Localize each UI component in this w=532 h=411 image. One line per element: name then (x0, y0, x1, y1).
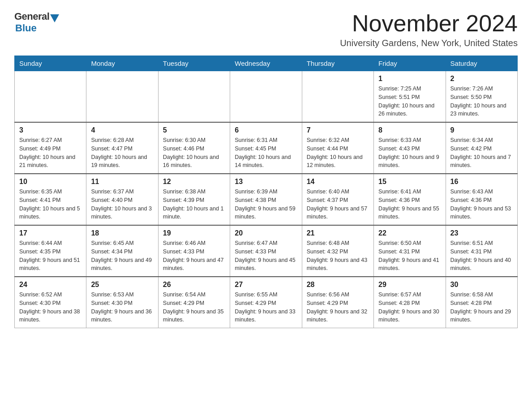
day-number: 9 (450, 126, 513, 134)
calendar-cell: 30Sunrise: 6:58 AMSunset: 4:28 PMDayligh… (446, 277, 517, 328)
weekday-header-sunday: Sunday (15, 56, 86, 71)
calendar-cell: 19Sunrise: 6:46 AMSunset: 4:33 PMDayligh… (158, 225, 230, 277)
calendar-title: November 2024 (340, 11, 518, 36)
calendar-cell: 24Sunrise: 6:52 AMSunset: 4:30 PMDayligh… (15, 277, 86, 328)
weekday-header-monday: Monday (86, 56, 158, 71)
day-info: Sunrise: 6:34 AMSunset: 4:42 PMDaylight:… (450, 136, 513, 170)
calendar-cell: 17Sunrise: 6:44 AMSunset: 4:35 PMDayligh… (15, 225, 86, 277)
day-number: 14 (307, 178, 369, 186)
day-info: Sunrise: 6:43 AMSunset: 4:36 PMDaylight:… (450, 188, 513, 221)
day-info: Sunrise: 6:33 AMSunset: 4:43 PMDaylight:… (378, 136, 441, 170)
day-number: 7 (307, 126, 369, 134)
weekday-header-tuesday: Tuesday (158, 56, 230, 71)
day-number: 8 (378, 126, 441, 134)
day-info: Sunrise: 6:51 AMSunset: 4:31 PMDaylight:… (450, 239, 513, 273)
weekday-header-friday: Friday (374, 56, 446, 71)
day-number: 11 (91, 178, 153, 186)
day-info: Sunrise: 6:48 AMSunset: 4:32 PMDaylight:… (307, 239, 369, 273)
day-info: Sunrise: 6:55 AMSunset: 4:29 PMDaylight:… (235, 291, 297, 324)
calendar-cell: 20Sunrise: 6:47 AMSunset: 4:33 PMDayligh… (230, 225, 302, 277)
calendar-cell: 5Sunrise: 6:30 AMSunset: 4:46 PMDaylight… (158, 122, 230, 174)
calendar-cell (15, 71, 86, 123)
calendar-cell: 3Sunrise: 6:27 AMSunset: 4:49 PMDaylight… (15, 122, 86, 174)
day-number: 30 (450, 281, 513, 289)
header: General Blue November 2024 University Ga… (14, 11, 518, 48)
day-number: 4 (91, 126, 153, 134)
day-number: 29 (378, 281, 441, 289)
day-info: Sunrise: 7:25 AMSunset: 5:51 PMDaylight:… (378, 85, 441, 118)
day-info: Sunrise: 6:31 AMSunset: 4:45 PMDaylight:… (235, 136, 297, 170)
day-number: 15 (378, 178, 441, 186)
day-info: Sunrise: 6:52 AMSunset: 4:30 PMDaylight:… (19, 291, 82, 324)
calendar-cell: 11Sunrise: 6:37 AMSunset: 4:40 PMDayligh… (86, 174, 158, 225)
day-number: 6 (235, 126, 297, 134)
day-number: 13 (235, 178, 297, 186)
calendar-cell: 16Sunrise: 6:43 AMSunset: 4:36 PMDayligh… (446, 174, 517, 225)
calendar-cell: 29Sunrise: 6:57 AMSunset: 4:28 PMDayligh… (374, 277, 446, 328)
day-info: Sunrise: 6:45 AMSunset: 4:34 PMDaylight:… (91, 239, 153, 273)
day-number: 23 (450, 229, 513, 237)
day-info: Sunrise: 6:37 AMSunset: 4:40 PMDaylight:… (91, 188, 153, 221)
calendar-cell: 27Sunrise: 6:55 AMSunset: 4:29 PMDayligh… (230, 277, 302, 328)
week-row-2: 3Sunrise: 6:27 AMSunset: 4:49 PMDaylight… (15, 122, 518, 174)
calendar-cell (230, 71, 302, 123)
weekday-header-thursday: Thursday (302, 56, 373, 71)
calendar-cell (86, 71, 158, 123)
calendar-cell: 1Sunrise: 7:25 AMSunset: 5:51 PMDaylight… (374, 71, 446, 123)
day-number: 12 (163, 178, 225, 186)
day-number: 22 (378, 229, 441, 237)
day-number: 1 (378, 75, 441, 83)
calendar-cell: 14Sunrise: 6:40 AMSunset: 4:37 PMDayligh… (302, 174, 373, 225)
day-number: 25 (91, 281, 153, 289)
calendar-cell: 18Sunrise: 6:45 AMSunset: 4:34 PMDayligh… (86, 225, 158, 277)
day-number: 5 (163, 126, 225, 134)
day-info: Sunrise: 6:56 AMSunset: 4:29 PMDaylight:… (307, 291, 369, 324)
calendar-cell: 28Sunrise: 6:56 AMSunset: 4:29 PMDayligh… (302, 277, 373, 328)
day-info: Sunrise: 6:40 AMSunset: 4:37 PMDaylight:… (307, 188, 369, 221)
calendar-cell: 12Sunrise: 6:38 AMSunset: 4:39 PMDayligh… (158, 174, 230, 225)
logo: General Blue (14, 11, 59, 34)
calendar-cell: 26Sunrise: 6:54 AMSunset: 4:29 PMDayligh… (158, 277, 230, 328)
week-row-1: 1Sunrise: 7:25 AMSunset: 5:51 PMDaylight… (15, 71, 518, 123)
day-number: 26 (163, 281, 225, 289)
day-info: Sunrise: 7:26 AMSunset: 5:50 PMDaylight:… (450, 85, 513, 118)
weekday-header-saturday: Saturday (446, 56, 517, 71)
logo-text-general: General (14, 11, 49, 22)
logo-text-blue: Blue (15, 22, 37, 34)
week-row-5: 24Sunrise: 6:52 AMSunset: 4:30 PMDayligh… (15, 277, 518, 328)
calendar-cell: 13Sunrise: 6:39 AMSunset: 4:38 PMDayligh… (230, 174, 302, 225)
day-number: 16 (450, 178, 513, 186)
day-number: 2 (450, 75, 513, 83)
day-number: 3 (19, 126, 82, 134)
day-info: Sunrise: 6:27 AMSunset: 4:49 PMDaylight:… (19, 136, 82, 170)
day-number: 17 (19, 229, 82, 237)
day-info: Sunrise: 6:46 AMSunset: 4:33 PMDaylight:… (163, 239, 225, 273)
day-number: 24 (19, 281, 82, 289)
logo-icon: General Blue (14, 11, 59, 34)
calendar-cell: 7Sunrise: 6:32 AMSunset: 4:44 PMDaylight… (302, 122, 373, 174)
day-info: Sunrise: 6:39 AMSunset: 4:38 PMDaylight:… (235, 188, 297, 221)
calendar-table: SundayMondayTuesdayWednesdayThursdayFrid… (14, 56, 518, 328)
weekday-header-row: SundayMondayTuesdayWednesdayThursdayFrid… (15, 56, 518, 71)
calendar-cell: 22Sunrise: 6:50 AMSunset: 4:31 PMDayligh… (374, 225, 446, 277)
calendar-cell: 25Sunrise: 6:53 AMSunset: 4:30 PMDayligh… (86, 277, 158, 328)
calendar-cell (302, 71, 373, 123)
day-info: Sunrise: 6:58 AMSunset: 4:28 PMDaylight:… (450, 291, 513, 324)
calendar-cell: 9Sunrise: 6:34 AMSunset: 4:42 PMDaylight… (446, 122, 517, 174)
day-info: Sunrise: 6:54 AMSunset: 4:29 PMDaylight:… (163, 291, 225, 324)
day-number: 10 (19, 178, 82, 186)
calendar-cell: 15Sunrise: 6:41 AMSunset: 4:36 PMDayligh… (374, 174, 446, 225)
calendar-cell: 23Sunrise: 6:51 AMSunset: 4:31 PMDayligh… (446, 225, 517, 277)
week-row-3: 10Sunrise: 6:35 AMSunset: 4:41 PMDayligh… (15, 174, 518, 225)
day-info: Sunrise: 6:50 AMSunset: 4:31 PMDaylight:… (378, 239, 441, 273)
day-number: 19 (163, 229, 225, 237)
calendar-cell: 8Sunrise: 6:33 AMSunset: 4:43 PMDaylight… (374, 122, 446, 174)
week-row-4: 17Sunrise: 6:44 AMSunset: 4:35 PMDayligh… (15, 225, 518, 277)
day-number: 18 (91, 229, 153, 237)
day-info: Sunrise: 6:57 AMSunset: 4:28 PMDaylight:… (378, 291, 441, 324)
day-number: 28 (307, 281, 369, 289)
day-number: 20 (235, 229, 297, 237)
day-info: Sunrise: 6:38 AMSunset: 4:39 PMDaylight:… (163, 188, 225, 221)
day-number: 27 (235, 281, 297, 289)
day-info: Sunrise: 6:28 AMSunset: 4:47 PMDaylight:… (91, 136, 153, 170)
